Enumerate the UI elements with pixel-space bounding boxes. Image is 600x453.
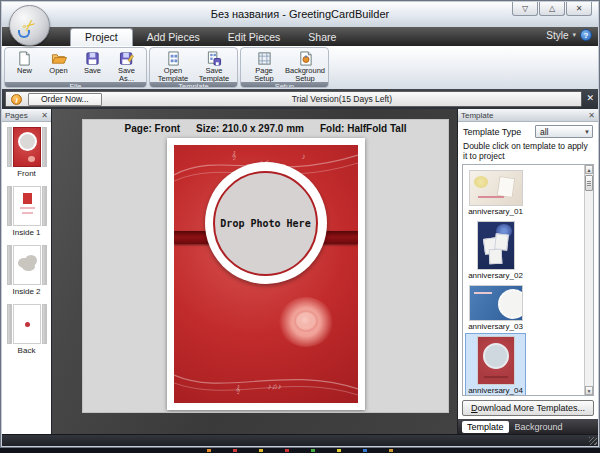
ribbon-tab-row: Project Add Pieces Edit Pieces Share Sty…	[2, 27, 598, 46]
scroll-down-icon[interactable]: ▼	[585, 386, 593, 395]
design-canvas[interactable]: Page: Front Size: 210.0 x 297.0 mm Fold:…	[52, 109, 457, 434]
save-as-button-label: Save As...	[111, 67, 142, 82]
tab-add-pieces[interactable]: Add Pieces	[133, 29, 214, 46]
page-item-label: Front	[2, 169, 51, 178]
help-icon[interactable]: ?	[580, 29, 592, 41]
tab-project[interactable]: Project	[70, 28, 133, 46]
save-template-button[interactable]: Save Template	[194, 49, 234, 82]
swoosh-icon	[18, 30, 30, 38]
photo-placeholder[interactable]: Drop Photo Here	[213, 171, 318, 276]
template-item-label: anniversary_04	[468, 386, 523, 395]
open-button[interactable]: Open	[42, 49, 75, 75]
canvas-fold-info: Fold: HalfFold Tall	[320, 123, 406, 134]
page-item-inside2[interactable]: Inside 2	[2, 245, 51, 299]
ribbon: New Open Save	[2, 46, 598, 89]
tab-edit-pieces[interactable]: Edit Pieces	[214, 29, 295, 46]
tab-template[interactable]: Template	[462, 421, 509, 433]
template-item[interactable]: anniversary_01	[465, 167, 526, 218]
template-type-dropdown[interactable]: all ▼	[535, 125, 593, 138]
template-thumbnail	[478, 337, 514, 384]
rose-image	[278, 297, 334, 347]
template-item[interactable]: anniversary_02	[465, 218, 526, 282]
template-panel: Template ✕ Template Type all ▼ Double cl…	[457, 109, 598, 434]
template-item-selected[interactable]: anniversary_04	[465, 333, 526, 396]
trial-close-icon[interactable]: ✕	[586, 94, 594, 103]
thumb-holder-bar	[42, 245, 47, 285]
save-button-label: Save	[84, 67, 101, 75]
taskbar-sliver	[0, 448, 600, 453]
trial-message: Trial Version(15 Days Left)	[108, 94, 576, 104]
canvas-size-info: Size: 210.0 x 297.0 mm	[196, 123, 304, 134]
template-list[interactable]: anniversary_01 anniversary_02 anniversar…	[462, 164, 594, 396]
save-as-button[interactable]: Save As...	[110, 49, 143, 82]
background-setup-icon	[298, 50, 313, 66]
open-template-icon	[166, 50, 181, 66]
thumb-holder-bar	[42, 127, 47, 167]
scrollbar-thumb[interactable]	[585, 175, 593, 191]
open-template-button-label: Open Template	[154, 67, 192, 82]
ribbon-group-template: Open Template Save Template Template	[149, 47, 238, 88]
tab-background[interactable]: Background	[515, 422, 563, 432]
template-thumbnail	[470, 171, 522, 205]
template-type-label: Template Type	[463, 127, 521, 137]
tab-share[interactable]: Share	[294, 29, 350, 46]
template-panel-tabs: Template Background	[458, 419, 598, 434]
chevron-down-icon: ▾	[572, 31, 576, 39]
background-setup-button[interactable]: Background Setup	[285, 49, 325, 82]
order-now-button[interactable]: Order Now...	[28, 93, 102, 106]
resize-grip[interactable]	[589, 437, 597, 445]
pages-close-icon[interactable]: ✕	[41, 111, 48, 120]
page-thumbnail-inside1[interactable]	[13, 186, 41, 226]
card-front-design[interactable]: 𝄞 ♪♫ ♪ Drop Photo Here	[174, 145, 358, 403]
page-thumbnail-front[interactable]	[13, 127, 41, 167]
save-as-icon	[119, 50, 135, 66]
page-item-front[interactable]: Front	[2, 127, 51, 181]
canvas-workarea[interactable]: Page: Front Size: 210.0 x 297.0 mm Fold:…	[82, 119, 449, 413]
title-bar[interactable]: ✂ Без названия - GreetingCardBuilder ▽ △…	[2, 2, 598, 27]
canvas-header: Page: Front Size: 210.0 x 297.0 mm Fold:…	[83, 120, 448, 134]
new-button[interactable]: New	[8, 49, 41, 75]
main-area: Pages ✕ Front Inside 1 Inside 2	[2, 109, 598, 434]
template-thumbnail	[470, 286, 522, 320]
minimize-button[interactable]: ▽	[512, 2, 538, 16]
save-template-icon	[206, 50, 222, 66]
thumb-holder-bar	[7, 304, 12, 344]
thumb-holder-bar	[7, 245, 12, 285]
page-item-back[interactable]: Back	[2, 304, 51, 358]
maximize-button[interactable]: △	[539, 2, 565, 16]
music-note-icon: 𝄞	[232, 151, 237, 161]
template-item-label: anniversary_03	[468, 322, 523, 331]
app-logo-icon[interactable]: ✂	[9, 5, 50, 46]
music-note-icon: ♪	[302, 152, 306, 161]
info-icon: i	[11, 94, 22, 105]
trial-bar: i Order Now... Trial Version(15 Days Lef…	[5, 91, 582, 107]
save-button[interactable]: Save	[76, 49, 109, 75]
page-thumbnail-back[interactable]	[13, 304, 41, 344]
drop-photo-text: Drop Photo Here	[220, 218, 310, 229]
photo-placeholder-frame[interactable]: Drop Photo Here	[205, 162, 327, 284]
thumb-holder-bar	[42, 304, 47, 344]
music-flourish-bottom	[174, 361, 358, 403]
template-item[interactable]: anniversary_03	[465, 282, 526, 333]
close-button[interactable]: ✕	[566, 2, 592, 16]
page-setup-button[interactable]: Page Setup	[244, 49, 284, 82]
save-icon	[85, 50, 100, 66]
background-setup-button-label: Background Setup	[285, 67, 325, 82]
pages-panel: Pages ✕ Front Inside 1 Inside 2	[2, 109, 52, 434]
trial-bar-container: i Order Now... Trial Version(15 Days Lef…	[2, 89, 598, 109]
new-icon	[17, 50, 32, 66]
template-close-icon[interactable]: ✕	[588, 111, 595, 120]
template-scrollbar[interactable]: ▲ ▼	[584, 165, 593, 395]
page-item-label: Back	[2, 346, 51, 355]
window-title: Без названия - GreetingCardBuilder	[2, 2, 598, 27]
page-thumbnail-inside2[interactable]	[13, 245, 41, 285]
template-thumbnail	[478, 222, 514, 269]
open-template-button[interactable]: Open Template	[153, 49, 193, 82]
download-more-templates-button[interactable]: Download More Templates...	[462, 400, 594, 416]
music-note-icon: 𝄞	[236, 385, 241, 395]
thumb-holder-bar	[7, 186, 12, 226]
scroll-up-icon[interactable]: ▲	[585, 165, 593, 174]
page-item-inside1[interactable]: Inside 1	[2, 186, 51, 240]
card-page[interactable]: 𝄞 ♪♫ ♪ Drop Photo Here	[167, 138, 365, 410]
style-dropdown[interactable]: Style	[546, 30, 568, 41]
